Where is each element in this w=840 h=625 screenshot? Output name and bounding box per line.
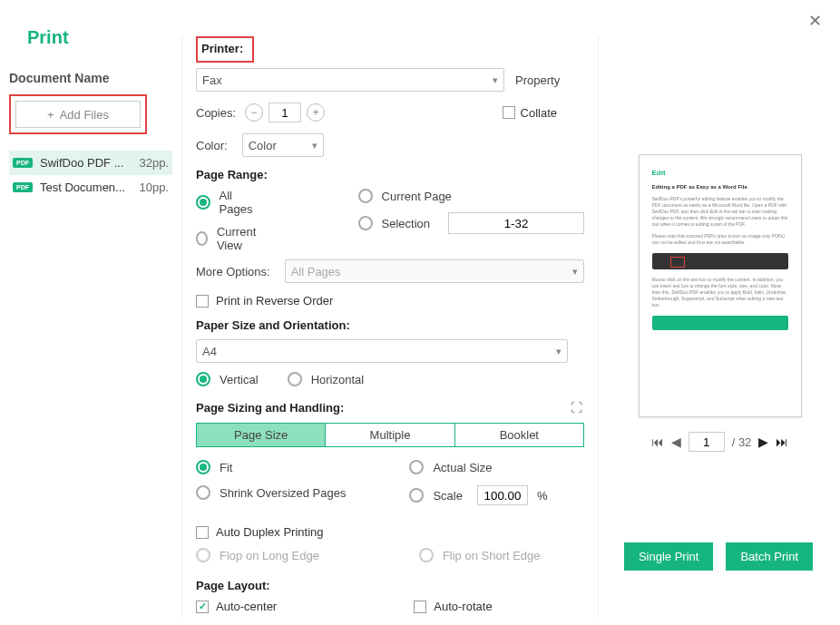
preview-edit-label: Edit — [652, 168, 788, 178]
more-options-label: More Options: — [196, 265, 270, 278]
preview-text: Mouse click on the text box to modify th… — [652, 277, 788, 308]
close-icon[interactable]: ✕ — [808, 11, 822, 31]
first-page-icon[interactable]: ⏮ — [651, 435, 664, 449]
auto-center-label: Auto-center — [216, 600, 277, 613]
reverse-order-label: Print in Reverse Order — [216, 294, 333, 308]
fit-label: Fit — [220, 461, 232, 474]
preview-nav: ⏮ ◀ / 32 ▶ ⏭ — [627, 432, 813, 452]
scale-input[interactable] — [477, 485, 528, 505]
current-page-radio[interactable] — [358, 189, 373, 203]
pdf-icon: PDF — [13, 182, 33, 192]
file-pages: 10pp. — [139, 181, 169, 194]
tab-booklet[interactable]: Booklet — [455, 424, 583, 446]
all-pages-label: All Pages — [220, 189, 268, 216]
horizontal-radio[interactable] — [288, 372, 302, 386]
document-name-label: Document Name — [9, 71, 172, 85]
file-name: Test Documen... — [40, 181, 132, 194]
long-edge-label: Flop on Long Edge — [220, 549, 319, 562]
all-pages-radio[interactable] — [196, 195, 210, 210]
scale-unit: % — [537, 489, 548, 503]
page-number-input[interactable] — [689, 432, 725, 452]
short-edge-label: Flip on Short Edge — [443, 549, 541, 562]
collate-label: Collate — [521, 106, 557, 120]
property-link[interactable]: Property — [515, 73, 560, 87]
copies-increment-button[interactable]: + — [307, 103, 325, 122]
batch-print-button[interactable]: Batch Print — [726, 542, 813, 571]
sidebar: Print Document Name + Add Files PDF Swif… — [9, 27, 172, 200]
selection-label: Selection — [382, 217, 430, 230]
file-item[interactable]: PDF SwifDoo PDF ... 32pp. — [9, 151, 172, 175]
auto-duplex-checkbox[interactable] — [196, 526, 209, 539]
action-row: Single Print Batch Print — [624, 542, 813, 571]
long-edge-radio — [196, 548, 210, 562]
actual-size-label: Actual Size — [433, 461, 492, 474]
page-total: / 32 — [732, 435, 752, 449]
scale-radio[interactable] — [409, 488, 424, 503]
pdf-icon: PDF — [13, 158, 33, 168]
next-page-icon[interactable]: ▶ — [758, 435, 768, 449]
color-select[interactable]: Color — [242, 133, 324, 157]
copies-input[interactable] — [269, 103, 301, 122]
current-view-radio[interactable] — [196, 231, 208, 246]
current-page-label: Current Page — [382, 190, 452, 203]
last-page-icon[interactable]: ⏭ — [776, 435, 788, 449]
more-options-select[interactable]: All Pages — [285, 259, 584, 283]
tab-page-size[interactable]: Page Size — [197, 424, 326, 446]
shrink-radio[interactable] — [196, 485, 210, 500]
printer-select[interactable]: Fax — [196, 68, 504, 92]
file-pages: 32pp. — [139, 156, 169, 170]
vertical-radio[interactable] — [196, 372, 210, 386]
paper-size-label: Paper Size and Orientation: — [196, 318, 584, 332]
sizing-label: Page Sizing and Handling: — [196, 401, 344, 415]
page-layout-label: Page Layout: — [196, 579, 584, 592]
preview-text: SwifDoo PDF's powerful editing feature e… — [652, 196, 788, 228]
copies-decrement-button[interactable]: − — [245, 103, 263, 122]
preview-toolbar-image — [652, 316, 788, 330]
selection-radio[interactable] — [358, 216, 373, 230]
plus-icon: + — [47, 108, 54, 122]
add-files-button[interactable]: + Add Files — [15, 101, 141, 128]
page-range-label: Page Range: — [196, 168, 584, 181]
preview-text: Please note that scanned PDFs (also know… — [652, 233, 788, 246]
printer-label: Printer: — [201, 42, 243, 55]
auto-rotate-checkbox[interactable] — [414, 601, 426, 613]
prev-page-icon[interactable]: ◀ — [671, 435, 681, 449]
page-title: Print — [27, 27, 172, 48]
current-view-label: Current View — [217, 225, 268, 252]
vertical-label: Vertical — [220, 373, 259, 386]
horizontal-label: Horizontal — [311, 373, 365, 386]
color-label: Color: — [196, 139, 228, 152]
auto-rotate-label: Auto-rotate — [434, 600, 492, 613]
auto-duplex-label: Auto Duplex Printing — [216, 525, 324, 539]
add-files-highlight: + Add Files — [9, 94, 147, 134]
sizing-tabs: Page Size Multiple Booklet — [196, 423, 584, 447]
main-panel: Printer: Fax Property Copies: − + Collat… — [181, 36, 599, 617]
shrink-label: Shrink Oversized Pages — [220, 486, 346, 500]
actual-size-radio[interactable] — [409, 460, 424, 474]
selection-range-input[interactable] — [448, 212, 584, 234]
collate-checkbox[interactable] — [503, 106, 515, 119]
preview-page: Edit Editing a PDF as Easy as a Word Fil… — [639, 154, 802, 417]
fit-radio[interactable] — [196, 460, 210, 474]
paper-size-select[interactable]: A4 — [196, 339, 568, 363]
reverse-order-checkbox[interactable] — [196, 295, 209, 308]
tab-multiple[interactable]: Multiple — [326, 424, 454, 446]
printer-label-highlight: Printer: — [196, 36, 254, 63]
auto-center-checkbox[interactable] — [196, 601, 209, 613]
preview-heading: Editing a PDF as Easy as a Word File — [652, 183, 788, 190]
single-print-button[interactable]: Single Print — [624, 542, 713, 571]
file-list: PDF SwifDoo PDF ... 32pp. PDF Test Docum… — [9, 151, 172, 200]
file-item[interactable]: PDF Test Documen... 10pp. — [9, 175, 172, 200]
preview-toolbar-image — [652, 253, 788, 269]
copies-label: Copies: — [196, 106, 236, 120]
add-files-label: Add Files — [60, 108, 109, 122]
short-edge-radio — [419, 548, 434, 562]
file-name: SwifDoo PDF ... — [40, 156, 132, 170]
expand-icon[interactable]: ⛶ — [568, 399, 584, 415]
scale-label: Scale — [433, 489, 463, 503]
preview-panel: Edit Editing a PDF as Easy as a Word Fil… — [627, 154, 813, 452]
